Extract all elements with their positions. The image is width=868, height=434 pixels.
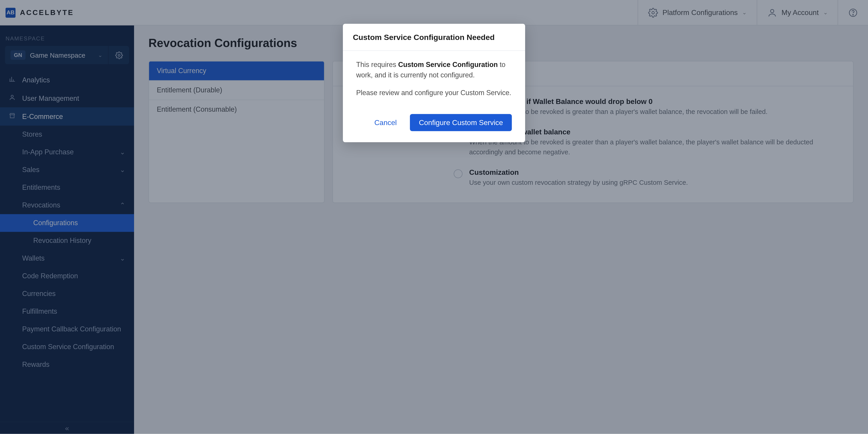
modal-text: This requires [356, 61, 398, 69]
modal-text: Please review and configure your Custom … [356, 88, 512, 99]
cancel-button[interactable]: Cancel [365, 114, 406, 131]
modal-body: This requires Custom Service Configurati… [343, 51, 525, 110]
modal-custom-service-needed: Custom Service Configuration Needed This… [343, 24, 525, 142]
modal-text-strong: Custom Service Configuration [398, 61, 498, 69]
modal-overlay: Custom Service Configuration Needed This… [0, 0, 868, 434]
configure-custom-service-button[interactable]: Configure Custom Service [410, 114, 512, 131]
modal-title: Custom Service Configuration Needed [343, 24, 525, 51]
